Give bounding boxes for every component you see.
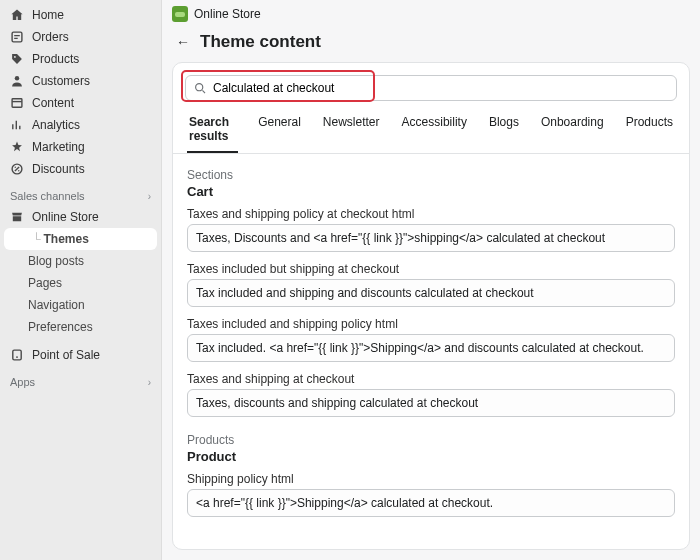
orders-icon <box>10 30 24 44</box>
tab-newsletter[interactable]: Newsletter <box>321 107 382 153</box>
nav-home[interactable]: Home <box>0 4 161 26</box>
discounts-icon <box>10 162 24 176</box>
nav-discounts[interactable]: Discounts <box>0 158 161 180</box>
sub-preferences[interactable]: Preferences <box>0 316 161 338</box>
tab-blogs[interactable]: Blogs <box>487 107 521 153</box>
sub-blog-posts[interactable]: Blog posts <box>0 250 161 272</box>
content-icon <box>10 96 24 110</box>
tab-onboarding[interactable]: Onboarding <box>539 107 606 153</box>
nav-analytics[interactable]: Analytics <box>0 114 161 136</box>
chevron-right-icon: › <box>148 377 151 388</box>
sales-channels-label: Sales channels <box>10 190 85 202</box>
main: Online Store ← Theme content Search resu… <box>162 0 700 560</box>
svg-point-6 <box>18 170 19 171</box>
products-icon <box>10 52 24 66</box>
sales-channels-header[interactable]: Sales channels › <box>0 180 161 206</box>
nav-online-store[interactable]: Online Store <box>0 206 161 228</box>
tab-general[interactable]: General <box>256 107 303 153</box>
search-input[interactable] <box>213 81 668 95</box>
nav-label: Orders <box>32 30 69 44</box>
sub-label: Pages <box>28 276 62 290</box>
results-body: Sections Cart Taxes and shipping policy … <box>173 154 689 517</box>
field-label: Shipping policy html <box>187 472 675 486</box>
group-label: Products <box>187 433 675 447</box>
field-input[interactable] <box>187 224 675 252</box>
nav-label: Products <box>32 52 79 66</box>
nav-label: Discounts <box>32 162 85 176</box>
field-input[interactable] <box>187 334 675 362</box>
back-button[interactable]: ← <box>176 34 190 50</box>
nav-label: Analytics <box>32 118 80 132</box>
sub-label: Themes <box>44 232 89 246</box>
group-label: Sections <box>187 168 675 182</box>
field-input[interactable] <box>187 389 675 417</box>
sub-navigation[interactable]: Navigation <box>0 294 161 316</box>
svg-point-2 <box>15 76 19 80</box>
sub-pages[interactable]: Pages <box>0 272 161 294</box>
apps-header[interactable]: Apps › <box>0 366 161 392</box>
sub-label: Preferences <box>28 320 93 334</box>
nav-content[interactable]: Content <box>0 92 161 114</box>
svg-rect-3 <box>12 99 22 107</box>
svg-rect-7 <box>13 350 21 360</box>
page-title: Theme content <box>200 32 321 52</box>
pos-icon <box>10 348 24 362</box>
field-input[interactable] <box>187 279 675 307</box>
nav-label: Content <box>32 96 74 110</box>
sub-themes[interactable]: └Themes <box>4 228 157 250</box>
svg-rect-0 <box>12 32 22 42</box>
search-input-wrap[interactable] <box>185 75 677 101</box>
store-icon <box>10 210 24 224</box>
chevron-right-icon: › <box>148 191 151 202</box>
group-title: Cart <box>187 184 675 199</box>
nav-label: Point of Sale <box>32 348 100 362</box>
svg-point-8 <box>16 356 18 358</box>
tab-products[interactable]: Products <box>624 107 675 153</box>
store-app-icon <box>172 6 188 22</box>
breadcrumb: Online Store <box>162 0 700 28</box>
field-input[interactable] <box>187 489 675 517</box>
sub-label: Blog posts <box>28 254 84 268</box>
nav-marketing[interactable]: Marketing <box>0 136 161 158</box>
nav-customers[interactable]: Customers <box>0 70 161 92</box>
nav-label: Online Store <box>32 210 99 224</box>
svg-point-5 <box>15 167 16 168</box>
content-panel: Search results General Newsletter Access… <box>172 62 690 550</box>
tree-line-icon: └ <box>32 232 41 246</box>
nav-label: Marketing <box>32 140 85 154</box>
svg-point-9 <box>196 83 203 90</box>
nav-orders[interactable]: Orders <box>0 26 161 48</box>
apps-label: Apps <box>10 376 35 388</box>
field-label: Taxes and shipping policy at checkout ht… <box>187 207 675 221</box>
group-title: Product <box>187 449 675 464</box>
tab-search-results[interactable]: Search results <box>187 107 238 153</box>
nav-label: Home <box>32 8 64 22</box>
nav-point-of-sale[interactable]: Point of Sale <box>0 344 161 366</box>
field-label: Taxes included and shipping policy html <box>187 317 675 331</box>
breadcrumb-label: Online Store <box>194 7 261 21</box>
sidebar: Home Orders Products Customers Content A… <box>0 0 162 560</box>
sub-label: Navigation <box>28 298 85 312</box>
home-icon <box>10 8 24 22</box>
nav-products[interactable]: Products <box>0 48 161 70</box>
svg-point-1 <box>14 56 16 58</box>
tabs: Search results General Newsletter Access… <box>173 107 689 154</box>
field-label: Taxes included but shipping at checkout <box>187 262 675 276</box>
marketing-icon <box>10 140 24 154</box>
analytics-icon <box>10 118 24 132</box>
search-icon <box>194 82 207 95</box>
tab-accessibility[interactable]: Accessibility <box>400 107 469 153</box>
nav-label: Customers <box>32 74 90 88</box>
customers-icon <box>10 74 24 88</box>
field-label: Taxes and shipping at checkout <box>187 372 675 386</box>
